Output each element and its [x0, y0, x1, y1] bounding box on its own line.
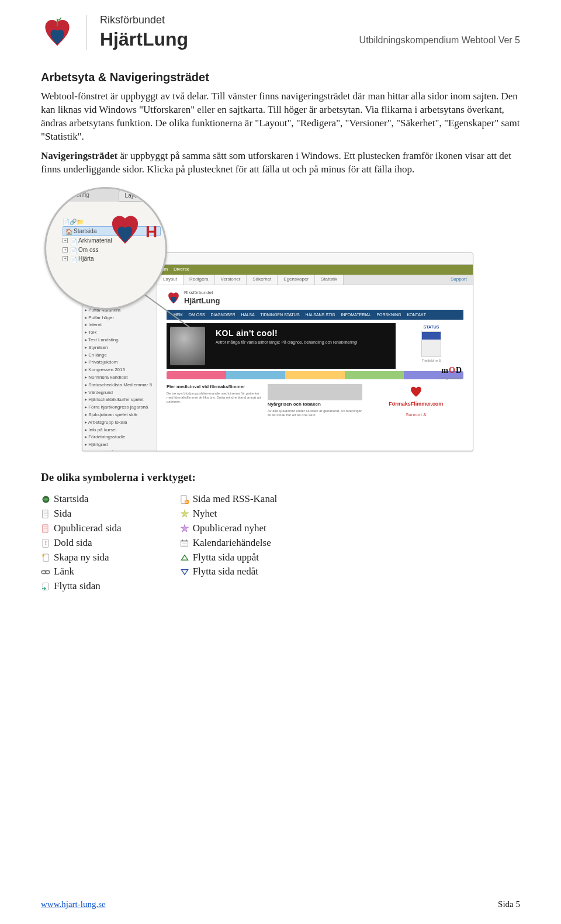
sidebar-row[interactable]: ▸ Nominera fångst-verksamha 2013 — [85, 449, 154, 451]
tab-egenskaper[interactable]: Egenskaper — [278, 275, 315, 285]
expand-icon[interactable]: + — [63, 247, 68, 252]
symbol-label: Sida — [54, 507, 71, 521]
brand-small: Riksförbundet — [100, 13, 188, 27]
symbol-label: Länk — [54, 565, 74, 579]
symbol-label: Opublicerad nyhet — [193, 522, 266, 535]
symbol-label: Opublicerad sida — [54, 522, 122, 535]
svg-point-1 — [191, 328, 195, 331]
zoom-body-logo-icon — [108, 212, 143, 247]
tree-item[interactable]: +📄Hjärta — [63, 254, 161, 264]
col-3: FörmaksFlimmer.com Sunnort & — [368, 384, 463, 418]
sidebar-row[interactable]: ▸ Kongressen 2013 — [85, 366, 154, 374]
tab-sakerhet[interactable]: Säkerhet — [247, 275, 278, 285]
tree-label: Startsida — [74, 227, 96, 236]
sidebar-row[interactable]: ▸ Fördelningsstudie — [85, 434, 154, 441]
sidebar-row[interactable]: ▸ Privatsjukdom — [85, 359, 154, 366]
menu-item[interactable]: Diverse — [174, 267, 189, 273]
symbol-item-sida: Sida — [41, 507, 122, 521]
symbol-label: Nyhet — [193, 507, 217, 521]
symbol-list-left: StartsidaSidaOpublicerad sida!Dold sidaS… — [41, 492, 122, 594]
kalender-icon — [180, 538, 189, 548]
sidebar-row[interactable]: ▸ Nominera kandidat — [85, 374, 154, 382]
hero-title: KOL ain't cool! — [216, 328, 389, 339]
nyhet-icon — [180, 509, 189, 518]
sidebar-row[interactable]: ▸ Hjärtgrad — [85, 441, 154, 449]
symbol-item-ned: Flytta sida nedåt — [180, 565, 278, 579]
expand-icon[interactable]: + — [63, 238, 68, 243]
home-icon: 🏠 — [65, 228, 71, 234]
toolbar-icon: 📁 — [77, 218, 82, 224]
symbol-item-upp: Flytta sida uppåt — [180, 551, 278, 565]
nav-item[interactable]: DIAGNOSER — [211, 312, 236, 317]
expand-icon[interactable]: + — [63, 256, 68, 261]
symbol-label: Startsida — [54, 493, 89, 506]
symbol-item-skapa: Skapa ny sida — [41, 551, 122, 565]
nav-item[interactable]: INFOMATERIAL — [341, 312, 371, 317]
hero-side: STATUS Titelbild nr 5 mOD merorgandonati… — [399, 323, 463, 369]
sidebar-row[interactable]: ▸ Förra hjartkongress jägarsnä — [85, 404, 154, 411]
nav-lead: Navigeringsträdet — [41, 150, 117, 161]
col2-image — [268, 384, 363, 400]
svg-rect-7 — [43, 524, 49, 532]
symbol-item-flytta: Flytta sidan — [41, 579, 122, 594]
symbol-label: Sida med RSS-Kanal — [193, 493, 278, 506]
svg-text:!: ! — [44, 539, 46, 546]
symbol-list-right: Sida med RSS-KanalNyhetOpublicerad nyhet… — [180, 492, 278, 594]
flytta-icon — [41, 582, 50, 591]
nav-item[interactable]: KONTAKT — [407, 312, 426, 317]
lank-icon — [41, 567, 50, 577]
rss-icon — [180, 494, 189, 504]
figure-zoom-and-browser: Arkiv Konfig Layout Re H 📄 🔗 📁 🏠 Startsi… — [41, 182, 520, 457]
startsida-icon — [41, 494, 50, 504]
footer-url[interactable]: www.hjart-lung.se — [41, 898, 106, 910]
svg-rect-3 — [43, 510, 49, 518]
section-heading-arbetsyta: Arbetsyta & Navigeringsträdet — [41, 70, 520, 85]
opub_nyhet-icon — [180, 524, 189, 533]
symbol-item-rss: Sida med RSS-Kanal — [180, 492, 278, 507]
brand-big: HjärtLung — [100, 27, 188, 52]
nav-item[interactable]: HÄLSA — [241, 312, 255, 317]
sidebar-row[interactable]: ▸ Hjärtschakbildkurfer spelet — [85, 396, 154, 404]
hero: KOL ain't cool! Alltför många får vänta … — [167, 323, 463, 369]
workspace-tabs: Layout Redigera Versioner Säkerhet Egens… — [157, 275, 473, 285]
nav-item[interactable]: TIDNINGEN STATUS — [261, 312, 300, 317]
paragraph-navigeringstradet: Navigeringsträdet är uppbyggt på samma s… — [41, 150, 520, 177]
toolbar-icon: 🔗 — [70, 218, 75, 224]
hjartlung-logo-icon — [41, 16, 74, 49]
sidebar-row[interactable]: ▸ Test Landsting — [85, 337, 154, 344]
tab-statistik[interactable]: Statistik — [315, 275, 344, 285]
sidebar-row[interactable]: ▸ Styrelsen — [85, 344, 154, 352]
hero-subtitle: Alltför många får vänta alltför länge: P… — [216, 340, 389, 345]
svg-point-18 — [185, 502, 186, 503]
dold_sida-icon: ! — [41, 538, 50, 548]
browser-workspace: Layout Redigera Versioner Säkerhet Egens… — [157, 275, 473, 451]
page-footer: www.hjart-lung.se Sida 5 — [41, 898, 520, 910]
toolbar-icon: 📄 — [63, 218, 68, 224]
col-1: Fler medicinval vid förmaksflimmer De tr… — [167, 384, 262, 418]
sidebar-row[interactable]: ▸ Värdegrund — [85, 389, 154, 397]
sidebar-row[interactable]: ▸ Sjuksjutman spelet skär — [85, 411, 154, 419]
opub_sida-icon — [41, 524, 50, 533]
sidebar-row[interactable]: ▸ Info på kursei — [85, 427, 154, 434]
symbol-label: Dold sida — [54, 537, 92, 550]
sidebar-row[interactable]: ▸ Statuschecklista Medlemmar 5 — [85, 382, 154, 389]
symbol-item-opub_nyhet: Opublicerad nyhet — [180, 521, 278, 536]
symbol-item-lank: Länk — [41, 565, 122, 579]
sidebar-row[interactable]: ▸ Arbetsgrupp lokala — [85, 419, 154, 427]
nav-item[interactable]: HÄLSANS STIG — [306, 312, 335, 317]
symbol-label: Kalendariehändelse — [193, 537, 271, 550]
section-heading-symboler: De olika symbolerna i verktyget: — [41, 470, 520, 485]
tab-versioner[interactable]: Versioner — [215, 275, 247, 285]
zoom-truncated-H: H — [146, 221, 157, 243]
ned-icon — [180, 567, 189, 577]
sidebar-row[interactable]: ▸ En länge — [85, 352, 154, 359]
symbol-columns: StartsidaSidaOpublicerad sida!Dold sidaS… — [41, 492, 520, 594]
symbol-item-startsida: Startsida — [41, 492, 122, 507]
symbol-label: Skapa ny sida — [54, 551, 109, 565]
document-title: Utbildningskompendium Webtool Ver 5 — [359, 34, 520, 47]
skapa-icon — [41, 553, 50, 562]
support-link[interactable]: Support — [445, 275, 473, 285]
nav-item[interactable]: FORSKNING — [377, 312, 401, 317]
zoom-top-arkiv: Arkiv — [53, 192, 66, 198]
brand: Riksförbundet HjärtLung — [41, 13, 188, 52]
